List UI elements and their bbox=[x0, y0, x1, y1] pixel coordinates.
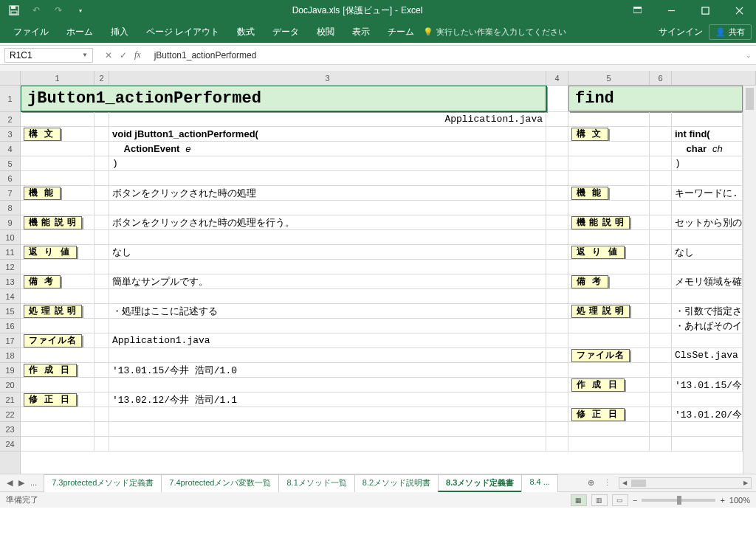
sheet-tab-active[interactable]: 8.3メソッド定義書 bbox=[438, 474, 522, 492]
save-icon[interactable] bbox=[4, 1, 24, 19]
sheet-tab[interactable]: 7.4protectedメンバ変数一覧 bbox=[161, 474, 279, 492]
row-header[interactable]: 20 bbox=[0, 378, 20, 392]
row-header[interactable]: 1 bbox=[0, 86, 20, 112]
expand-formula-icon[interactable]: ⌄ bbox=[741, 52, 756, 59]
doc1-syntax2[interactable]: ActionEvent e bbox=[109, 142, 546, 156]
sheet-tab[interactable]: 8.1メソッド一覧 bbox=[278, 474, 354, 492]
col-header[interactable]: 1 bbox=[21, 71, 94, 85]
sheet-nav-prev-icon[interactable]: ◀ bbox=[4, 478, 15, 488]
doc2-func[interactable]: キーワードに. bbox=[672, 186, 743, 200]
scroll-left-icon[interactable]: ◀ bbox=[619, 478, 630, 488]
cells[interactable]: jButton1_actionPerformed find Applicatio… bbox=[21, 86, 743, 474]
doc2-ret[interactable]: なし bbox=[672, 245, 743, 259]
doc2-mod[interactable]: '13.01.20/今井 bbox=[672, 407, 743, 421]
row-header[interactable]: 22 bbox=[0, 407, 20, 422]
share-button[interactable]: 👤 共有 bbox=[709, 24, 752, 40]
doc1-file[interactable]: Application1.java bbox=[109, 333, 546, 347]
row-header[interactable]: 12 bbox=[0, 260, 20, 274]
row-header[interactable]: 21 bbox=[0, 392, 20, 407]
row-header[interactable]: 16 bbox=[0, 319, 20, 333]
row-header[interactable]: 8 bbox=[0, 201, 20, 215]
formula-input[interactable]: jButton1_actionPerformed bbox=[148, 50, 741, 60]
tab-home[interactable]: ホーム bbox=[58, 21, 102, 43]
row-header[interactable]: 9 bbox=[0, 215, 20, 230]
add-sheet-icon[interactable]: ⊕ bbox=[582, 478, 600, 488]
select-all-corner[interactable] bbox=[0, 71, 21, 85]
row-header[interactable]: 10 bbox=[0, 230, 20, 245]
ribbon-options-icon[interactable] bbox=[620, 0, 654, 21]
row-header[interactable]: 15 bbox=[0, 304, 20, 319]
doc2-create[interactable]: '13.01.15/今井 bbox=[672, 378, 743, 392]
zoom-out-icon[interactable]: − bbox=[633, 496, 637, 505]
sheet-tab[interactable]: 8.4 ... bbox=[521, 474, 558, 492]
doc1-note[interactable]: 簡単なサンプルです。 bbox=[109, 274, 546, 288]
doc1-func[interactable]: ボタンをクリックされた時の処理 bbox=[109, 186, 546, 200]
sheet-tab[interactable]: 8.2メソッド説明書 bbox=[354, 474, 439, 492]
row-header[interactable]: 18 bbox=[0, 348, 20, 363]
tab-insert[interactable]: 挿入 bbox=[102, 21, 137, 43]
zoom-level[interactable]: 100% bbox=[729, 496, 750, 505]
name-box[interactable]: R1C1 ▼ bbox=[4, 48, 93, 63]
tab-team[interactable]: チーム bbox=[379, 21, 423, 43]
sheet-tab[interactable]: 7.3protectedメソッド定義書 bbox=[44, 474, 162, 492]
maximize-icon[interactable] bbox=[688, 0, 722, 21]
zoom-slider[interactable] bbox=[642, 499, 715, 502]
doc1-desc[interactable]: ボタンをクリックされた時の処理を行う。 bbox=[109, 215, 546, 229]
doc2-note[interactable]: メモリ領域を確 bbox=[672, 274, 743, 288]
col-header[interactable] bbox=[672, 71, 756, 85]
row-header[interactable]: 19 bbox=[0, 363, 20, 378]
tab-layout[interactable]: ページ レイアウト bbox=[137, 21, 228, 43]
row-header[interactable]: 14 bbox=[0, 289, 20, 304]
doc2-syntax3[interactable]: ) bbox=[672, 156, 743, 170]
tell-me[interactable]: 💡 実行したい作業を入力してください bbox=[423, 27, 566, 38]
doc1-mod[interactable]: '13.02.12/今井 浩司/1.1 bbox=[109, 392, 546, 407]
row-header[interactable]: 3 bbox=[0, 127, 20, 142]
row-header[interactable]: 23 bbox=[0, 422, 20, 437]
zoom-in-icon[interactable]: + bbox=[720, 496, 724, 505]
doc1-source[interactable]: Application1.java bbox=[109, 112, 546, 126]
row-header[interactable]: 4 bbox=[0, 142, 20, 156]
doc2-syntax2[interactable]: char ch bbox=[672, 142, 743, 156]
undo-icon[interactable]: ↶ bbox=[27, 1, 46, 19]
doc2-proc2[interactable]: ・あればそのイ bbox=[672, 319, 743, 333]
tab-data[interactable]: データ bbox=[264, 21, 308, 43]
tab-file[interactable]: ファイル bbox=[4, 21, 58, 43]
doc1-title[interactable]: jButton1_actionPerformed bbox=[21, 86, 546, 111]
minimize-icon[interactable] bbox=[654, 0, 688, 21]
sheet-split-icon[interactable]: ⋮ bbox=[600, 478, 614, 488]
doc1-ret[interactable]: なし bbox=[109, 245, 546, 259]
redo-icon[interactable]: ↷ bbox=[49, 1, 68, 19]
fx-icon[interactable]: fx bbox=[134, 49, 141, 60]
sheet-nav-ellipsis[interactable]: ... bbox=[28, 478, 39, 488]
horizontal-scrollbar[interactable]: ◀ ▶ bbox=[619, 477, 752, 489]
doc1-create[interactable]: '13.01.15/今井 浩司/1.0 bbox=[109, 363, 546, 377]
col-header[interactable]: 6 bbox=[650, 71, 672, 85]
view-page-layout-icon[interactable]: ▥ bbox=[591, 494, 608, 506]
cancel-icon[interactable]: ✕ bbox=[102, 50, 115, 60]
doc2-file[interactable]: ClsSet.java bbox=[672, 348, 743, 362]
sheet-nav-next-icon[interactable]: ▶ bbox=[16, 478, 27, 488]
accept-icon[interactable]: ✓ bbox=[117, 50, 130, 60]
doc1-syntax3[interactable]: ) bbox=[109, 156, 546, 170]
chevron-down-icon[interactable]: ▼ bbox=[82, 52, 88, 58]
row-header[interactable]: 6 bbox=[0, 171, 20, 186]
doc1-proc[interactable]: ・処理はここに記述する bbox=[109, 304, 546, 318]
row-header[interactable]: 5 bbox=[0, 156, 20, 171]
doc2-title[interactable]: find bbox=[568, 86, 743, 111]
doc2-desc[interactable]: セットから別の bbox=[672, 215, 743, 229]
row-header[interactable]: 2 bbox=[0, 112, 20, 127]
qat-dropdown-icon[interactable]: ▾ bbox=[71, 1, 90, 19]
close-icon[interactable] bbox=[722, 0, 756, 21]
view-page-break-icon[interactable]: ▭ bbox=[612, 494, 628, 506]
col-header[interactable]: 2 bbox=[94, 71, 109, 85]
row-header[interactable]: 13 bbox=[0, 274, 20, 289]
view-normal-icon[interactable]: ▦ bbox=[571, 494, 587, 506]
doc2-syntax1[interactable]: int find( bbox=[672, 127, 743, 141]
tab-view[interactable]: 表示 bbox=[343, 21, 379, 43]
tab-formula[interactable]: 数式 bbox=[228, 21, 264, 43]
doc2-proc1[interactable]: ・引数で指定さ bbox=[672, 304, 743, 318]
col-header[interactable]: 4 bbox=[546, 71, 568, 85]
vertical-scrollbar[interactable] bbox=[743, 86, 756, 474]
col-header[interactable]: 5 bbox=[568, 71, 650, 85]
row-header[interactable]: 17 bbox=[0, 333, 20, 348]
